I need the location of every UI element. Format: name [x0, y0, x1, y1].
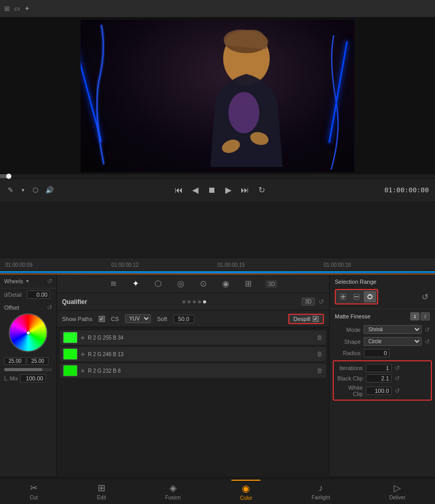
- nav-item-deliver[interactable]: ▷ Deliver: [381, 480, 413, 502]
- timeline-handle[interactable]: [6, 174, 11, 179]
- shape-select[interactable]: Circle Square Diamond: [364, 337, 422, 346]
- cycle-view-btn[interactable]: ↺: [420, 291, 430, 303]
- qualifier-reset[interactable]: ↺: [319, 298, 324, 306]
- delete-color-3[interactable]: 🗑: [317, 367, 323, 374]
- wheels-dropdown[interactable]: ▼: [25, 279, 30, 284]
- offset-section: Offset ↺: [0, 301, 56, 355]
- white-clip-label: White Clip: [337, 385, 363, 397]
- stop-button[interactable]: ⏹: [206, 184, 218, 196]
- wheels-header: Wheels ▼ ↺: [0, 274, 56, 288]
- range-selection-btn[interactable]: [364, 291, 376, 302]
- top-toolbar: ⊞ ▭ ✦: [0, 0, 435, 18]
- matte-finesse-label: Matte Finesse: [335, 313, 370, 319]
- iterations-reset[interactable]: ↺: [395, 364, 400, 372]
- blue-lines: [81, 20, 354, 172]
- mode-reset[interactable]: ↺: [425, 326, 430, 333]
- iterations-input[interactable]: [366, 364, 392, 372]
- matte-finesse-tab-1[interactable]: 1: [410, 312, 420, 320]
- add-to-selection-btn[interactable]: [337, 291, 349, 302]
- layer-icon[interactable]: ⬡: [31, 185, 40, 195]
- white-clip-input[interactable]: [366, 387, 392, 395]
- empty-area: [0, 201, 435, 258]
- play-button[interactable]: ▶: [224, 184, 233, 196]
- loop-button[interactable]: ↻: [257, 184, 267, 196]
- 3d-lut-icon[interactable]: 3D: [266, 280, 277, 288]
- video-frame: [0, 18, 435, 174]
- fast-forward-button[interactable]: ⏭: [239, 184, 251, 196]
- shape-reset[interactable]: ↺: [425, 338, 430, 345]
- nav-item-edit[interactable]: ⊞ Edit: [89, 480, 114, 502]
- deliver-icon: ▷: [394, 482, 401, 494]
- color-picker-btn[interactable]: ✎: [6, 185, 15, 195]
- black-clip-reset[interactable]: ↺: [395, 375, 400, 382]
- iterations-row: Iterations ↺: [334, 363, 431, 373]
- cut-label: Cut: [29, 495, 38, 500]
- color-swatch-3[interactable]: [63, 365, 77, 376]
- add-color-btn-1[interactable]: +: [81, 333, 85, 342]
- detail-input[interactable]: [27, 291, 50, 299]
- soft-input[interactable]: [174, 315, 194, 323]
- video-preview: [81, 20, 354, 172]
- matte-finesse-header: Matte Finesse 1 2: [330, 309, 435, 324]
- magic-icon[interactable]: ✦: [24, 5, 30, 12]
- vignette-icon[interactable]: ◎: [176, 277, 186, 290]
- white-clip-reset[interactable]: ↺: [395, 387, 400, 394]
- wheels-label[interactable]: Wheels ▼: [4, 278, 30, 284]
- ruler-mark-1: 01:00:00:09: [5, 262, 112, 268]
- nav-item-cut[interactable]: ✂ Cut: [21, 480, 46, 502]
- pipette-icon[interactable]: ⬡: [153, 277, 163, 290]
- nav-item-color[interactable]: ◉ Color: [231, 480, 260, 503]
- yuv-select[interactable]: YUV RGB HSL: [125, 314, 151, 323]
- delete-color-1[interactable]: 🗑: [317, 334, 323, 341]
- color-wheel[interactable]: [9, 313, 48, 352]
- color-warp-icon[interactable]: ◉: [221, 277, 231, 290]
- high-value-input[interactable]: [27, 357, 49, 365]
- add-color-btn-2[interactable]: +: [81, 350, 85, 358]
- qualifier-dots: [182, 300, 206, 303]
- nav-item-fairlight[interactable]: ♪ Fairlight: [303, 481, 338, 502]
- timeline-scrubber[interactable]: [0, 174, 435, 178]
- show-paths-cb-box[interactable]: ✓: [99, 316, 105, 322]
- lmix-input[interactable]: [20, 374, 46, 383]
- despill-button[interactable]: Despill ✓: [288, 314, 324, 324]
- ruler-mark-3: 01:00:00:15: [218, 262, 324, 268]
- curves-icon[interactable]: ≋: [108, 277, 118, 290]
- color-rows: + R 2 G 255 B 34 🗑 + R 2 G 246 B 13 🗑 + …: [57, 327, 329, 381]
- step-back-button[interactable]: ◀: [191, 184, 200, 196]
- despill-checkbox[interactable]: ✓: [313, 316, 319, 322]
- color-swatch-1[interactable]: [63, 332, 77, 343]
- iterations-label: Iterations: [337, 365, 363, 371]
- show-paths-checkbox[interactable]: ✓: [99, 316, 105, 322]
- add-color-btn-3[interactable]: +: [81, 366, 85, 375]
- remove-from-selection-btn[interactable]: [350, 291, 363, 302]
- wheels-reset[interactable]: ↺: [47, 278, 52, 285]
- delete-color-2[interactable]: 🗑: [317, 350, 323, 358]
- qualifier-header-right: 3D ↺: [302, 298, 324, 306]
- black-clip-row: Black Clip ↺: [334, 373, 431, 384]
- show-paths-row: Show Paths ✓ CS YUV RGB HSL Soft Despill…: [57, 311, 329, 327]
- color-swatch-2[interactable]: [63, 348, 77, 360]
- range-slider[interactable]: [4, 368, 52, 371]
- table-row: + R 2 G 246 B 13 🗑: [60, 347, 326, 361]
- nav-item-fusion[interactable]: ◈ Fusion: [157, 480, 189, 502]
- grid-icon[interactable]: ⊞: [4, 5, 10, 12]
- matte-finesse-tab-2[interactable]: 2: [421, 312, 430, 320]
- mask-icon[interactable]: ⊞: [243, 277, 253, 290]
- 3d-mode-button[interactable]: 3D: [302, 298, 315, 306]
- volume-icon[interactable]: 🔊: [44, 185, 55, 195]
- low-value-input[interactable]: [4, 357, 26, 365]
- offset-reset[interactable]: ↺: [47, 304, 52, 311]
- offset-label: Offset ↺: [4, 304, 52, 311]
- fusion-icon: ◈: [169, 482, 177, 494]
- black-clip-label: Black Clip: [337, 375, 363, 381]
- dropdown-arrow[interactable]: ▼: [19, 186, 27, 194]
- skip-to-start-button[interactable]: ⏮: [173, 184, 184, 196]
- color-wheel-handle[interactable]: [26, 331, 30, 335]
- blur-icon[interactable]: ⊙: [198, 277, 208, 290]
- mode-select[interactable]: Shrink Grow Open Close: [364, 325, 422, 334]
- monitor-icon[interactable]: ▭: [14, 5, 20, 12]
- radius-row: Radius ↺: [330, 347, 435, 359]
- qualifier-tool-icon[interactable]: ✦: [131, 277, 141, 290]
- black-clip-input[interactable]: [366, 374, 392, 383]
- radius-input[interactable]: [364, 349, 390, 357]
